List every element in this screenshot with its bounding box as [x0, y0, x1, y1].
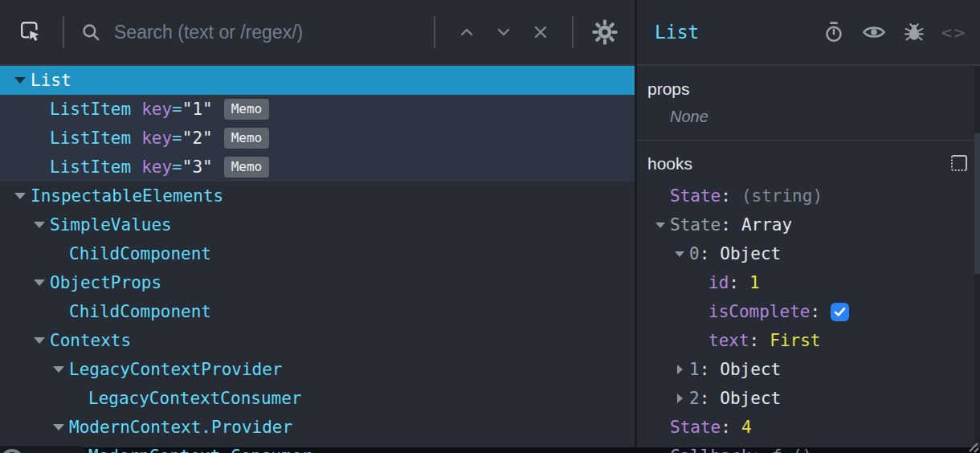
tree-row-listitem-2[interactable]: ListItemkey="2"Memo: [0, 124, 635, 153]
tree-row-contexts[interactable]: Contexts: [0, 326, 635, 355]
hook-name: 2: [689, 389, 700, 408]
hook-name: 0: [689, 244, 700, 263]
previous-result-button[interactable]: [448, 14, 485, 51]
component-name: ModernContext.Consumer: [88, 447, 312, 453]
component-name: LegacyContextConsumer: [88, 389, 302, 408]
hook-value: Object: [720, 244, 781, 263]
hook-name: isComplete: [708, 302, 810, 321]
inspect-dom-button[interactable]: [860, 18, 888, 47]
chevron-down-icon[interactable]: [48, 424, 69, 431]
chevron-up-icon: [456, 22, 477, 43]
props-section: props None: [637, 66, 980, 141]
chevron-down-icon[interactable]: [10, 77, 31, 84]
bug-icon: [903, 21, 925, 43]
component-name: ChildComponent: [69, 244, 211, 263]
resize-grip-icon: [967, 441, 979, 453]
eye-icon: [862, 20, 886, 44]
tree-toolbar: [0, 0, 635, 66]
hook-name: text: [708, 331, 749, 350]
hook-name: State: [670, 186, 721, 206]
hooks-section: hooks State:(string)State:Array0:Objecti…: [637, 141, 980, 453]
chevron-right-icon[interactable]: [670, 365, 689, 374]
hook-row-text: text:First: [637, 326, 980, 355]
tree-row-legacycontextconsumer[interactable]: LegacyContextConsumer: [0, 384, 635, 413]
tree-row-childcomponent[interactable]: ChildComponent: [0, 297, 635, 326]
hooks-list: State:(string)State:Array0:Objectid:1isC…: [637, 182, 980, 453]
log-component-button[interactable]: [900, 18, 929, 47]
selected-component-header: List: [637, 0, 980, 66]
hook-row-state: State:(string): [637, 182, 980, 210]
react-devtools-components: ListListItemkey="1"MemoListItemkey="2"Me…: [0, 0, 980, 453]
chevron-right-icon[interactable]: [670, 394, 689, 403]
component-name: SimpleValues: [50, 215, 172, 235]
tree-row-moderncontext-provider[interactable]: ModernContext.Provider: [0, 413, 635, 442]
search-input[interactable]: [112, 21, 421, 44]
hook-row-0[interactable]: 0:Object: [637, 239, 980, 268]
hook-value: (string): [741, 186, 823, 206]
hook-value[interactable]: 1: [749, 273, 760, 292]
settings-button[interactable]: [586, 14, 623, 51]
component-name: ListItem: [50, 157, 131, 177]
tree-row-listitem-3[interactable]: ListItemkey="3"Memo: [0, 153, 635, 182]
toolbar-divider: [63, 16, 64, 48]
code-brackets-icon: <>: [941, 22, 968, 43]
props-empty-value: None: [637, 104, 980, 129]
tree-row-simplevalues[interactable]: SimpleValues: [0, 210, 635, 239]
hook-value: Array: [741, 215, 792, 235]
hook-value[interactable]: First: [770, 331, 820, 350]
hook-row-iscomplete: isComplete:: [637, 297, 980, 326]
inspect-element-button[interactable]: [13, 14, 50, 51]
hooks-heading: hooks: [637, 153, 692, 174]
chevron-down-icon[interactable]: [29, 222, 50, 228]
next-result-button[interactable]: [485, 14, 522, 51]
chevron-down-icon[interactable]: [29, 337, 50, 344]
hook-name: State: [670, 418, 721, 437]
hook-name: Callback: [670, 447, 751, 453]
view-source-button[interactable]: <>: [940, 18, 969, 47]
chevron-down-icon[interactable]: [670, 251, 689, 257]
components-tree-panel: ListListItemkey="1"MemoListItemkey="2"Me…: [0, 0, 635, 453]
chevron-down-icon[interactable]: [48, 366, 69, 373]
hook-name: State: [670, 215, 721, 235]
key-attribute: key="1": [141, 100, 213, 119]
checkbox-checked-icon[interactable]: [831, 303, 849, 321]
chevron-down-icon[interactable]: [10, 193, 31, 199]
chevron-down-icon[interactable]: [29, 280, 50, 286]
tree-row-listitem-1[interactable]: ListItemkey="1"Memo: [0, 95, 635, 124]
memo-badge: Memo: [224, 157, 270, 178]
clear-search-button[interactable]: [522, 14, 559, 51]
chevron-down-icon: [493, 22, 514, 43]
component-name: LegacyContextProvider: [69, 360, 283, 379]
search-icon: [77, 14, 104, 51]
component-name: ModernContext.Provider: [69, 418, 292, 437]
tree-row-list[interactable]: List: [0, 66, 635, 95]
scrollbar-track[interactable]: [974, 66, 980, 453]
close-icon: [530, 22, 551, 43]
component-name: ListItem: [50, 100, 131, 119]
parse-hook-names-icon[interactable]: [951, 155, 967, 171]
tree-row-legacycontextprovider[interactable]: LegacyContextProvider: [0, 355, 635, 384]
key-attribute: key="3": [141, 157, 213, 177]
hook-row-2[interactable]: 2:Object: [637, 384, 980, 413]
selected-component-title: List: [655, 22, 699, 43]
tree-row-objectprops[interactable]: ObjectProps: [0, 268, 635, 297]
hook-value[interactable]: 4: [741, 418, 752, 437]
chevron-down-icon[interactable]: [651, 222, 670, 228]
tree-row-inspectableelements[interactable]: InspectableElements: [0, 182, 635, 210]
hook-row-1[interactable]: 1:Object: [637, 355, 980, 384]
hook-row-callback: Callback:ƒ (): [637, 442, 980, 453]
hook-row-state[interactable]: State:Array: [637, 210, 980, 239]
hook-name: 1: [689, 360, 700, 379]
suspense-timer-button[interactable]: [819, 18, 848, 47]
component-name: List: [31, 71, 71, 90]
component-name: ListItem: [50, 129, 131, 148]
tree-row-moderncontext-consumer[interactable]: ModernContext.Consumer: [0, 442, 635, 453]
details-panel: List: [637, 0, 980, 453]
tree-row-childcomponent[interactable]: ChildComponent: [0, 239, 635, 268]
hook-value: Object: [720, 389, 781, 408]
toolbar-divider: [434, 16, 435, 48]
scrollbar-thumb[interactable]: [974, 133, 980, 274]
hook-value: ƒ (): [772, 447, 813, 453]
hook-value: Object: [720, 360, 781, 379]
hook-row-state: State:4: [637, 413, 980, 442]
